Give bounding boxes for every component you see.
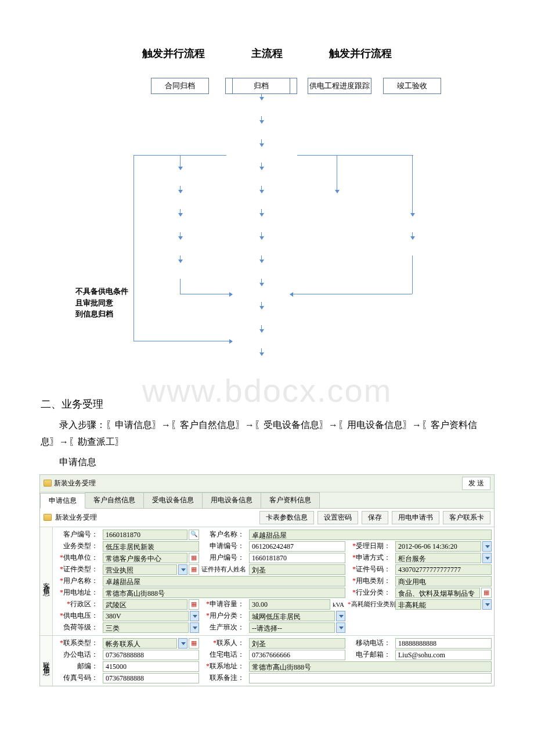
chevron-down-icon[interactable] [178, 638, 187, 649]
chevron-down-icon[interactable] [336, 622, 345, 633]
toolbar: 新装业务受理 卡表参数信息 设置密码 保存 用电申请书 客户联系卡 [40, 509, 494, 527]
node-right-1: 竣工验收 [383, 78, 441, 94]
fld-loadlvl[interactable]: 三类 [103, 622, 189, 633]
lbl-supplyunit: *供电单位： [55, 553, 100, 563]
fld-postcode[interactable]: 415000 [103, 661, 199, 672]
fld-highenergy[interactable]: 非高耗能 [395, 599, 481, 610]
fld-biztype[interactable]: 低压非居民新装 [103, 541, 199, 552]
fld-custname[interactable]: 卓越甜品屋 [249, 530, 492, 540]
fld-certholder[interactable]: 刘圣 [249, 564, 345, 575]
fld-custno[interactable]: 1660181870 [103, 530, 187, 540]
fld-mobile[interactable]: 18888888888 [395, 638, 492, 649]
flow-header-row: 触发并行流程 主流程 触发并行流程 [23, 46, 511, 60]
fld-supplyv[interactable]: 380V [103, 611, 189, 621]
btn-setpwd[interactable]: 设置密码 [317, 511, 358, 524]
fld-electype[interactable]: 商业用电 [395, 576, 492, 586]
lbl-loadlvl: 负荷等级： [55, 622, 100, 632]
fld-appmethod[interactable]: 柜台服务 [395, 553, 481, 563]
contact-block: 联系信息 *联系类型： 帐务联系人 *联系人： 刘圣 移动电话： 1888888… [40, 635, 494, 686]
fld-certtype[interactable]: 营业执照 [103, 564, 177, 575]
fld-supplyunit[interactable]: 常德客户服务中心 [103, 553, 187, 563]
btn-contactcard[interactable]: 客户联系卡 [443, 511, 490, 524]
lbl-district: *行政区： [55, 599, 100, 609]
fld-contacttype[interactable]: 帐务联系人 [103, 638, 177, 649]
fld-acceptdate[interactable]: 2012-06-06 14:36:20 [395, 541, 481, 552]
section-2-title: 二、业务受理 [41, 397, 511, 411]
tab-usedev[interactable]: 用电设备信息 [202, 492, 261, 508]
fld-elecaddr[interactable]: 常德市高山街888号 [103, 588, 345, 598]
lbl-appcap: *申请容量： [201, 599, 247, 609]
fld-district[interactable]: 武陵区 [103, 599, 187, 610]
fld-usercat[interactable]: 城网低压非居民 [249, 611, 335, 621]
tab-custinfo[interactable]: 客户自然信息 [85, 492, 144, 508]
lbl-contactnote: 联系备注： [201, 673, 247, 683]
lbl-userno: 用户编号： [201, 553, 247, 563]
lbl-prodshift: 生产班次： [201, 622, 247, 632]
tab-custdoc[interactable]: 客户资料信息 [261, 492, 320, 508]
send-button[interactable]: 发 送 [462, 477, 490, 490]
lbl-certholder: 证件持有人姓名： [201, 565, 247, 574]
lbl-username: *用户名称： [55, 576, 100, 586]
chevron-down-icon[interactable] [178, 564, 187, 575]
lbl-fax: 传真号码： [55, 673, 100, 683]
book-icon[interactable] [189, 564, 199, 575]
search-icon[interactable] [189, 530, 199, 540]
fld-hometel[interactable]: 07367666666 [249, 650, 345, 660]
fld-appcap[interactable]: 30.00 [249, 599, 330, 610]
fld-certno[interactable]: 430702777777777777 [395, 564, 492, 575]
btn-cardparam[interactable]: 卡表参数信息 [259, 511, 314, 524]
folder-icon [44, 514, 52, 521]
header-left: 触发并行流程 [142, 46, 205, 60]
book-icon[interactable] [481, 588, 492, 598]
toolbar-title: 新装业务受理 [55, 513, 97, 523]
window-titlebar: 新装业务受理 发 送 [40, 475, 494, 492]
flowchart: 业务受理 现场勘查 审批 答复供电方案 确定费用 业务收费 配表 设备出库 安装… [64, 78, 470, 386]
lbl-officetel: 办公电话： [55, 650, 100, 660]
header-right: 触发并行流程 [329, 46, 392, 60]
fld-username[interactable]: 卓越甜品屋 [103, 576, 345, 586]
book-icon[interactable] [189, 638, 199, 649]
fld-contactperson[interactable]: 刘圣 [249, 638, 345, 649]
form-screenshot: 新装业务受理 发 送 申请信息 客户自然信息 受电设备信息 用电设备信息 客户资… [39, 474, 495, 686]
tab-recvdev[interactable]: 受电设备信息 [143, 492, 203, 508]
header-main: 主流程 [251, 46, 283, 60]
fld-email[interactable]: LiuS@sohu.com [395, 650, 492, 660]
fld-userno: 1660181870 [249, 553, 345, 563]
fld-appno: 061206242487 [249, 541, 345, 552]
fld-contactnote[interactable] [249, 673, 492, 683]
node-right-top: 供电工程进度跟踪 [308, 78, 371, 94]
lbl-certno: *证件号码： [348, 564, 393, 574]
chevron-down-icon[interactable] [482, 553, 492, 563]
fld-fax[interactable]: 07367888888 [103, 673, 199, 683]
chevron-down-icon[interactable] [190, 611, 199, 621]
node-main-12: 归档 [232, 78, 290, 94]
chevron-down-icon[interactable] [190, 622, 199, 633]
window-title: 新装业务受理 [54, 478, 96, 488]
lbl-certtype: *证件类型： [55, 564, 100, 574]
lbl-custno: 客户编号： [55, 530, 100, 539]
chevron-down-icon[interactable] [336, 611, 345, 621]
book-icon[interactable] [189, 599, 199, 610]
lbl-email: 电子邮箱： [348, 650, 393, 660]
fld-industry[interactable]: 食品、饮料及烟草制品专 [395, 588, 480, 598]
fld-contactaddr[interactable]: 常德市高山街888号 [249, 661, 492, 672]
steps-paragraph: 录入步骤：〖申请信息〗→〖客户自然信息〗→〖受电设备信息〗→〖用电设备信息〗→〖… [41, 417, 493, 451]
subtitle-appinfo: 申请信息 [41, 456, 493, 469]
node-left-4: 合同归档 [151, 78, 209, 94]
chevron-down-icon[interactable] [482, 541, 492, 552]
folder-icon [44, 480, 52, 487]
lbl-contactaddr: *联系地址： [201, 661, 247, 671]
lbl-highenergy: *高耗能行业类别： [348, 600, 393, 609]
lbl-elecaddr: *用电地址： [55, 588, 100, 597]
tab-appinfo[interactable]: 申请信息 [40, 493, 85, 509]
btn-appform[interactable]: 用电申请书 [392, 511, 439, 524]
fld-prodshift[interactable]: --请选择-- [249, 622, 335, 633]
btn-save[interactable]: 保存 [362, 511, 388, 524]
lbl-contactperson: *联系人： [201, 638, 247, 648]
unit-kva: kVA [331, 601, 345, 608]
fld-officetel[interactable]: 07367888888 [103, 650, 199, 660]
book-icon[interactable] [189, 553, 199, 563]
chevron-down-icon[interactable] [482, 599, 492, 610]
lbl-acceptdate: *受理日期： [348, 541, 393, 551]
side-contact: 联系信息 [40, 636, 53, 686]
